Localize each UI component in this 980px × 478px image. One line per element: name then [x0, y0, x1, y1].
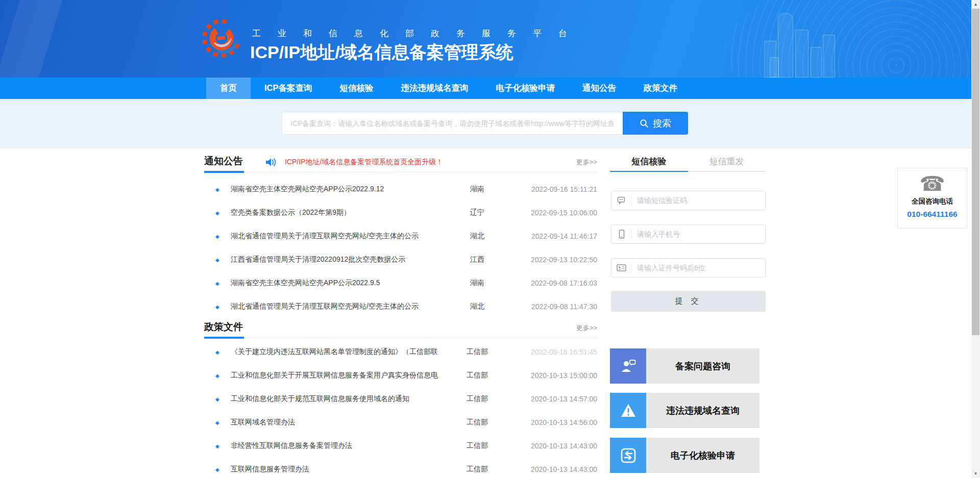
policy-row[interactable]: ◆ 非经营性互联网信息服务备案管理办法 工信部 2020-10-13 14:43… [204, 434, 597, 458]
sms-code-input-wrap [611, 191, 766, 210]
notice-title[interactable]: 江西省通信管理局关于清理20220912批次空壳数据公示 [231, 255, 442, 264]
tab-sms-verify[interactable]: 短信核验 [610, 155, 688, 171]
icp-beian-homepage: 工业和信息化部政务服务平台 ICP/IP地址/域名信息备案管理系统 首页 ICP… [0, 0, 980, 478]
warning-icon [610, 393, 646, 428]
announcement-link[interactable]: ICP/IP地址/域名信息备案管理系统首页全面升级！ [285, 158, 443, 167]
notice-region: 辽宁 [442, 208, 513, 217]
nav-item-policies[interactable]: 政策文件 [630, 78, 691, 99]
nav-item-home[interactable]: 首页 [206, 78, 251, 99]
policy-datetime: 2020-10-13 14:57:00 [513, 395, 597, 403]
notices-more-link[interactable]: 更多>> [576, 158, 597, 167]
nav-item-icp-query[interactable]: ICP备案查询 [251, 78, 326, 99]
hotline-card: ☎ 全国咨询电话 010-66411166 [897, 168, 967, 229]
notice-row[interactable]: ◆ 空壳类备案数据公示（2022年第9期） 辽宁 2022-09-15 10:0… [204, 201, 597, 224]
policy-datetime: 2020-10-13 14:43:00 [513, 465, 597, 473]
policy-title[interactable]: 工业和信息化部关于规范互联网信息服务使用域名的通知 [231, 394, 442, 404]
notice-region: 湖北 [442, 232, 513, 241]
nav-item-e-verify-apply[interactable]: 电子化核验申请 [482, 78, 569, 99]
sms-code-input[interactable] [632, 191, 765, 210]
policy-title[interactable]: 《关于建立境内违法互联网站黑名单管理制度的通知》（工信部联 [231, 347, 442, 357]
divider [204, 338, 597, 338]
policy-row[interactable]: ◆ 工业和信息化部关于规范互联网信息服务使用域名的通知 工信部 2020-10-… [204, 387, 597, 411]
mobile-number-input[interactable] [632, 225, 765, 243]
notice-row[interactable]: ◆ 湖北省通信管理局关于清理互联网空壳网站/空壳主体的公示 湖北 2022-09… [204, 295, 597, 318]
notice-row[interactable]: ◆ 湖南省空壳主体空壳网站空壳APP公示2022.9.5 湖南 2022-09-… [204, 271, 597, 295]
diamond-bullet-icon: ◆ [215, 467, 231, 472]
diamond-bullet-icon: ◆ [215, 210, 231, 216]
page-scrollbar[interactable]: ▲ ▼ [971, 0, 980, 478]
diamond-bullet-icon: ◆ [215, 373, 231, 379]
scrollbar-down-arrow-icon[interactable]: ▼ [971, 469, 980, 478]
notice-region: 江西 [442, 255, 513, 264]
notice-title[interactable]: 湖北省通信管理局关于清理互联网空壳网站/空壳主体的公示 [231, 302, 442, 311]
notice-row[interactable]: ◆ 江西省通信管理局关于清理20220912批次空壳数据公示 江西 2022-0… [204, 248, 597, 271]
nav-item-illegal-domain-query[interactable]: 违法违规域名查询 [387, 78, 482, 99]
diamond-bullet-icon: ◆ [215, 420, 231, 425]
search-button[interactable]: 搜索 [623, 112, 688, 135]
notice-datetime: 2022-09-08 11:47:30 [513, 303, 597, 311]
policies-list: ◆ 《关于建立境内违法互联网站黑名单管理制度的通知》（工信部联 工信部 2022… [204, 340, 597, 478]
notices-list: ◆ 湖南省空壳主体空壳网站空壳APP公示2022.9.12 湖南 2022-09… [204, 178, 597, 318]
notice-datetime: 2022-09-16 15:11:21 [513, 185, 597, 193]
quicklink-consult[interactable]: 备案问题咨询 [610, 348, 760, 384]
diamond-bullet-icon: ◆ [215, 443, 231, 449]
notice-title[interactable]: 湖南省空壳主体空壳网站空壳APP公示2022.9.5 [231, 279, 442, 288]
telephone-icon: ☎ [898, 172, 967, 195]
policy-org: 工信部 [442, 418, 513, 427]
policy-row[interactable]: ◆ 互联网信息服务管理办法 工信部 2020-10-13 14:43:00 [204, 458, 597, 478]
notice-row[interactable]: ◆ 湖北省通信管理局关于清理互联网空壳网站/空壳主体的公示 湖北 2022-09… [204, 224, 597, 248]
notices-section-title: 通知公告 [204, 155, 243, 168]
notice-datetime: 2022-09-13 10:22:50 [513, 256, 597, 264]
policy-title[interactable]: 互联网信息服务管理办法 [231, 465, 442, 474]
nav-item-notices[interactable]: 通知公告 [569, 78, 630, 99]
search-button-label: 搜索 [653, 117, 671, 130]
policy-org: 工信部 [442, 394, 513, 404]
idcard-digits-input[interactable] [632, 259, 765, 277]
quicklink-e-verify-label[interactable]: 电子化核验申请 [646, 438, 760, 473]
mobile-icon [611, 229, 632, 240]
policy-title[interactable]: 工业和信息化部关于开展互联网信息服务备案用户真实身份信息电 [231, 371, 442, 380]
nav-item-sms-verify[interactable]: 短信核验 [326, 78, 387, 99]
tab-sms-resend[interactable]: 短信重发 [688, 155, 766, 171]
divider [204, 172, 597, 172]
quicklink-consult-label[interactable]: 备案问题咨询 [646, 348, 760, 384]
site-header: 工业和信息化部政务服务平台 ICP/IP地址/域名信息备案管理系统 [0, 0, 980, 78]
diamond-bullet-icon: ◆ [215, 187, 231, 192]
quicklink-e-verify[interactable]: 电子化核验申请 [610, 438, 760, 473]
notice-title[interactable]: 湖北省通信管理局关于清理互联网空壳网站/空壳主体的公示 [231, 232, 442, 241]
policies-section-title: 政策文件 [204, 320, 243, 334]
policy-datetime: 2020-10-13 15:00:00 [513, 371, 597, 380]
notice-datetime: 2022-09-08 17:16:03 [513, 279, 597, 287]
scrollbar-up-arrow-icon[interactable]: ▲ [971, 0, 980, 9]
policy-org: 工信部 [442, 347, 513, 357]
hotline-number: 010-66411166 [898, 210, 967, 219]
policy-title[interactable]: 互联网域名管理办法 [231, 418, 442, 427]
speaker-icon [265, 157, 277, 169]
title-underline [204, 337, 244, 339]
quicklink-illegal-domain[interactable]: 违法违规域名查询 [610, 393, 760, 428]
notice-title[interactable]: 空壳类备案数据公示（2022年第9期） [231, 208, 442, 217]
notice-datetime: 2022-09-14 11:46:17 [513, 232, 597, 240]
scrollbar-thumb[interactable] [972, 9, 979, 335]
search-icon [640, 119, 649, 128]
quicklink-illegal-domain-label[interactable]: 违法违规域名查询 [646, 393, 760, 428]
notices-section-header: 通知公告 ICP/IP地址/域名信息备案管理系统首页全面升级！ 更多>> [204, 155, 597, 175]
sms-code-icon [611, 195, 632, 206]
icp-search-input[interactable] [282, 112, 623, 135]
policy-row[interactable]: ◆ 《关于建立境内违法互联网站黑名单管理制度的通知》（工信部联 工信部 2022… [204, 340, 597, 364]
policy-row[interactable]: ◆ 工业和信息化部关于开展互联网信息服务备案用户真实身份信息电 工信部 2020… [204, 364, 597, 387]
submit-button[interactable]: 提 交 [611, 291, 766, 312]
policies-more-link[interactable]: 更多>> [576, 323, 597, 333]
policies-section-header: 政策文件 更多>> [204, 320, 597, 341]
policy-datetime: 2020-10-13 14:43:00 [513, 442, 597, 450]
notice-region: 湖北 [442, 302, 513, 311]
notice-title[interactable]: 湖南省空壳主体空壳网站空壳APP公示2022.9.12 [231, 185, 442, 194]
consult-icon [610, 348, 646, 384]
diamond-bullet-icon: ◆ [215, 304, 231, 310]
diamond-bullet-icon: ◆ [215, 349, 231, 355]
notice-row[interactable]: ◆ 湖南省空壳主体空壳网站空壳APP公示2022.9.12 湖南 2022-09… [204, 178, 597, 201]
policy-row[interactable]: ◆ 互联网域名管理办法 工信部 2020-10-13 14:56:00 [204, 411, 597, 434]
sms-tabs: 短信核验 短信重发 [610, 155, 766, 172]
policy-title[interactable]: 非经营性互联网信息服务备案管理办法 [231, 441, 442, 450]
hotline-label: 全国咨询电话 [898, 197, 967, 206]
